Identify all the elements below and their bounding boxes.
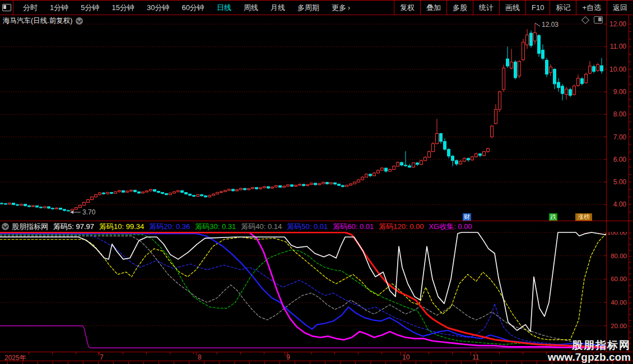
toolbar-button-返回[interactable]: 返回 <box>607 1 633 15</box>
page-title: 海马汽车(日线.前复权) <box>3 16 72 26</box>
candlestick-chart[interactable]: 4.005.006.007.008.009.0010.0011.0012.003… <box>0 15 633 221</box>
minor-tick <box>523 352 523 354</box>
tab-多周期[interactable]: 多周期 <box>291 3 325 13</box>
minor-tick <box>476 352 476 354</box>
price-axis-label: 5.00 <box>613 178 627 186</box>
toolbar-button-多股[interactable]: 多股 <box>446 1 473 15</box>
tab-60分钟[interactable]: 60分钟 <box>175 3 210 13</box>
badge-涨榜[interactable]: 涨榜 <box>575 213 592 221</box>
indicator-value-筹码5: 筹码5: 97.97 <box>53 222 94 231</box>
strip-tick <box>189 362 189 364</box>
top-toolbar: 分时1分钟5分钟15分钟30分钟60分钟日线周线月线多周期更多› 复权叠加多股统… <box>0 0 633 15</box>
indicator-line-筹码40 <box>0 236 606 347</box>
minor-tick <box>405 352 406 354</box>
minor-tick <box>334 352 335 354</box>
strip-tick <box>416 362 416 364</box>
strip-tick <box>113 362 114 364</box>
strip-tick <box>431 362 431 364</box>
toolbar-button-标记[interactable]: 标记 <box>550 1 576 15</box>
indicator-value-筹码10: 筹码10: 99.34 <box>99 222 144 231</box>
strip-tick <box>461 362 462 364</box>
strip-tick <box>280 362 280 364</box>
strip-tick <box>264 362 265 364</box>
tab-1分钟[interactable]: 1分钟 <box>44 3 75 13</box>
minor-tick <box>311 352 311 354</box>
toolbar-button-+自选[interactable]: +自选 <box>576 1 607 15</box>
date-axis: 2025年 7891011 <box>0 352 633 361</box>
price-axis-label: 7.00 <box>613 133 627 141</box>
indicator-chart[interactable]: 20.0040.0060.0080.00100.00 <box>0 232 633 352</box>
indicator-line-筹码50 <box>0 235 606 347</box>
badge-财[interactable]: 财 <box>463 213 471 221</box>
indicator-header: 股朋指标网 筹码5: 97.97筹码10: 99.34筹码20: 0.36筹码3… <box>0 221 607 232</box>
watermark-url: www.7gpzb.com <box>548 351 631 363</box>
strip-tick <box>98 362 99 364</box>
price-annotation: 12.03 <box>542 21 558 29</box>
tab-15分钟[interactable]: 15分钟 <box>105 3 140 13</box>
strip-tick <box>159 362 159 364</box>
toolbar-button-叠加[interactable]: 叠加 <box>420 1 446 15</box>
title-chevron-down-icon[interactable] <box>76 17 83 25</box>
strip-tick <box>128 362 129 364</box>
minor-tick <box>217 352 217 354</box>
minor-tick <box>240 352 241 354</box>
tab-分时[interactable]: 分时 <box>17 3 44 13</box>
strip-tick <box>340 362 341 364</box>
strip-tick <box>355 362 356 364</box>
strip-tick <box>310 362 310 364</box>
right-edge-line <box>629 15 629 361</box>
indicator-chevron-down-icon[interactable] <box>2 223 9 230</box>
tab-更多[interactable]: 更多› <box>325 3 356 13</box>
toolbar-button-F10[interactable]: F10 <box>525 1 550 15</box>
minor-tick <box>499 352 500 354</box>
month-label: 8 <box>198 353 202 361</box>
price-annotation: 3.70 <box>82 208 96 216</box>
price-axis-label: 11.00 <box>610 43 626 50</box>
strip-tick <box>325 362 325 364</box>
minor-tick <box>287 352 288 354</box>
price-axis-label: 6.00 <box>613 156 627 164</box>
indicator-value-筹码30: 筹码30: 0.31 <box>195 222 236 231</box>
month-tick <box>98 352 99 356</box>
price-axis-label: 4.00 <box>613 200 627 208</box>
month-label: 11 <box>472 353 479 361</box>
tab-月线[interactable]: 月线 <box>264 3 291 13</box>
indicator-axis-label: 40.00 <box>611 299 627 306</box>
minor-tick <box>358 352 359 354</box>
toolbar-button-复权[interactable]: 复权 <box>394 1 420 15</box>
tab-5分钟[interactable]: 5分钟 <box>75 3 105 13</box>
month-tick <box>401 352 401 356</box>
strip-tick <box>68 362 68 364</box>
price-axis-label: 12.00 <box>609 20 626 28</box>
indicator-axis-label: 20.00 <box>611 323 627 329</box>
strip-tick <box>22 362 23 364</box>
strip-tick <box>53 362 53 364</box>
tab-30分钟[interactable]: 30分钟 <box>141 3 175 13</box>
indicator-value-筹码50: 筹码50: 0.01 <box>287 222 328 231</box>
indicator-axis-label: 60.00 <box>611 276 627 282</box>
minor-tick <box>146 352 147 354</box>
indicator-line-筹码120 <box>0 232 606 347</box>
badge-跌[interactable]: 跌 <box>549 213 557 221</box>
sidebar-toggle-button[interactable] <box>0 1 13 15</box>
minor-tick <box>29 352 29 354</box>
strip-tick <box>295 362 295 364</box>
month-label: 7 <box>100 353 104 361</box>
minor-tick <box>264 352 264 354</box>
strip-tick <box>537 362 537 364</box>
bottom-panel-strip <box>0 361 633 364</box>
tab-日线[interactable]: 日线 <box>211 3 238 13</box>
tab-周线[interactable]: 周线 <box>238 3 264 13</box>
minor-tick <box>429 352 429 354</box>
month-tick <box>471 352 471 356</box>
indicator-value-筹码20: 筹码20: 0.36 <box>149 222 190 231</box>
watermark-title: 股朋指标网 <box>548 339 631 351</box>
toolbar-button-统计[interactable]: 统计 <box>473 1 499 15</box>
panel-layout-icon[interactable] <box>594 16 603 24</box>
toolbar-button-画线[interactable]: 画线 <box>499 1 525 15</box>
minor-tick <box>99 352 100 354</box>
minor-tick <box>76 352 76 354</box>
strip-tick <box>476 362 477 364</box>
month-label: 10 <box>402 353 409 361</box>
strip-tick <box>143 362 144 364</box>
